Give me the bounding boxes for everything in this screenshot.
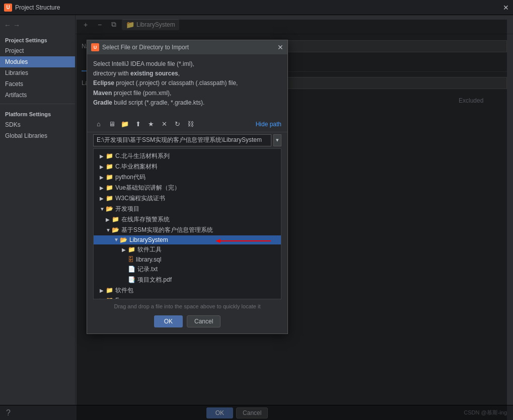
tree-item-label: F:: [115, 297, 121, 299]
tree-item-label: C.北斗生活材料系列: [115, 152, 170, 160]
tree-item-label: 软件包: [115, 286, 133, 295]
platform-settings-label: Platform Settings: [0, 107, 75, 119]
list-item[interactable]: ▼ 📂 开发项目: [94, 204, 281, 214]
list-item[interactable]: ▶ 📁 Vue基础知识讲解（完）: [94, 183, 281, 193]
path-dropdown-button[interactable]: ▾: [273, 134, 281, 146]
tree-arrow-open-icon: ▼: [100, 206, 106, 212]
desktop-button[interactable]: 🖥: [106, 119, 117, 130]
tree-item-label: library.sql: [136, 256, 161, 263]
dialog-close-button[interactable]: ✕: [277, 43, 283, 51]
tree-item-label: Vue基础知识讲解（完）: [115, 184, 180, 192]
tree-arrow-open-icon: ▼: [114, 237, 120, 242]
dialog-buttons: OK Cancel: [87, 311, 287, 333]
folder-icon: 📁: [128, 246, 135, 253]
sidebar-item-global-libraries[interactable]: Global Libraries: [0, 130, 75, 141]
project-settings-label: Project Settings: [0, 33, 75, 45]
folder-icon: 📁: [106, 195, 113, 202]
tree-arrow-icon: ▶: [122, 247, 128, 253]
sidebar-item-artifacts[interactable]: Artifacts: [0, 90, 75, 101]
tree-arrow-icon: ▶: [100, 175, 106, 180]
txt-file-icon: 📄: [128, 266, 135, 273]
sidebar-item-project[interactable]: Project: [0, 45, 75, 56]
folder-icon: 📁: [106, 184, 113, 191]
list-item[interactable]: ▶ 📁 C.毕业档案材料: [94, 161, 281, 172]
nav-arrows: ← →: [0, 19, 75, 33]
tree-item-label: W3C编程实战证书: [115, 194, 165, 203]
tree-item-label: 基于SSM实现的客户信息管理系统: [121, 226, 213, 234]
tree-arrow-icon: ▶: [100, 153, 106, 159]
dialog-title: Select File or Directory to Import: [102, 44, 277, 51]
folder-icon: 📁: [106, 152, 113, 159]
dialog-ok-button[interactable]: OK: [154, 315, 183, 327]
tree-arrow-icon: ▶: [100, 288, 106, 293]
svg-marker-1: [215, 239, 221, 243]
list-item[interactable]: ▶ 📁 在线库存预警系统: [94, 214, 281, 225]
tree-item-label: 软件工具: [137, 245, 162, 254]
path-input-row: ▾: [87, 132, 287, 148]
hide-path-link[interactable]: Hide path: [256, 121, 281, 128]
sidebar-item-libraries[interactable]: Libraries: [0, 67, 75, 78]
folder-icon: 📁: [106, 163, 113, 170]
tree-item-label: LibrarySystem: [129, 236, 168, 243]
up-folder-button[interactable]: ⬆: [132, 119, 143, 130]
link-button[interactable]: ⛓: [185, 119, 196, 130]
title-bar: U Project Structure ✕: [0, 0, 513, 15]
sql-file-icon: 🗄: [128, 256, 134, 263]
list-item[interactable]: ▶ 📁 python代码: [94, 172, 281, 183]
list-item[interactable]: ▶ 📁 软件包: [94, 285, 281, 296]
sidebar-item-sdks[interactable]: SDKs: [0, 119, 75, 130]
sidebar-item-facets[interactable]: Facets: [0, 78, 75, 90]
module-detail: Name: Sources Paths Dependencies Languag…: [76, 34, 513, 420]
list-item[interactable]: ▶ 📁 W3C编程实战证书: [94, 193, 281, 204]
tree-arrow-open-icon: ▼: [106, 227, 112, 233]
tree-item-label: 记录.txt: [137, 265, 158, 274]
folder-icon: 📂: [120, 236, 127, 243]
bookmark-button[interactable]: ★: [145, 119, 157, 130]
folder-icon: 📂: [112, 226, 119, 233]
file-select-dialog: U Select File or Directory to Import ✕ S…: [87, 40, 288, 334]
sources-area: Excluded U Select File or Directory to I…: [82, 95, 507, 414]
window-close-button[interactable]: ✕: [503, 4, 509, 12]
list-item[interactable]: ▶ 📁 软件工具: [94, 244, 281, 255]
path-input[interactable]: [93, 134, 271, 146]
sidebar-item-modules[interactable]: Modules: [0, 56, 75, 67]
list-item[interactable]: ▶ 🗄 library.sql: [94, 255, 281, 264]
list-item[interactable]: ▶ 📑 项目文档.pdf: [94, 275, 281, 285]
dialog-toolbar: ⌂ 🖥 📁 ⬆ ★ ✕ ↻ ⛓ Hide path: [87, 117, 287, 132]
help-button[interactable]: ?: [6, 408, 11, 417]
tree-arrow-spacer: ▶: [122, 277, 128, 283]
app-icon: U: [4, 4, 12, 12]
list-item[interactable]: ▼ 📂 基于SSM实现的客户信息管理系统: [94, 225, 281, 235]
home-button[interactable]: ⌂: [93, 119, 104, 130]
back-button[interactable]: ←: [4, 21, 11, 29]
content-area: + − ⧉ 📁 LibrarySystem Name: Sources Path…: [76, 15, 513, 420]
list-item[interactable]: ▶ 📁 C.北斗生活材料系列: [94, 151, 281, 161]
refresh-button[interactable]: ↻: [172, 119, 183, 130]
dialog-cancel-button[interactable]: Cancel: [187, 315, 221, 327]
tree-arrow-spacer: ▶: [122, 257, 128, 262]
tree-arrow-icon: ▶: [100, 164, 106, 170]
main-layout: ← → Project Settings Project Modules Lib…: [0, 15, 513, 420]
tree-arrow-icon: ▶: [106, 217, 112, 222]
list-item[interactable]: ▶ 📁 F:: [94, 296, 281, 299]
dialog-app-icon: U: [91, 43, 99, 51]
forward-button[interactable]: →: [13, 21, 20, 29]
dialog-description: Select IntelliJ IDEA module file (*.iml)…: [93, 59, 281, 108]
tree-item-label: 开发项目: [115, 205, 139, 213]
file-tree[interactable]: ▶ 📁 C.北斗生活材料系列 ▶ 📁 C.毕业档案材料: [93, 148, 281, 299]
sidebar: ← → Project Settings Project Modules Lib…: [0, 15, 76, 420]
red-arrow-annotation: [215, 236, 276, 245]
dialog-footer-hint: Drag and drop a file into the space abov…: [87, 301, 287, 311]
list-item-selected[interactable]: ▼ 📂 LibrarySystem: [94, 235, 281, 244]
window-title: Project Structure: [15, 4, 503, 11]
folder-icon: 📂: [106, 205, 113, 212]
tree-arrow-icon: ▶: [100, 185, 106, 191]
tree-arrow-icon: ▶: [100, 196, 106, 201]
list-item[interactable]: ▶ 📄 记录.txt: [94, 264, 281, 275]
folder-icon: 📁: [106, 287, 113, 294]
sidebar-divider: [0, 104, 75, 104]
tree-item-label: python代码: [115, 173, 145, 182]
delete-button[interactable]: ✕: [159, 119, 170, 130]
new-folder-button[interactable]: 📁: [119, 119, 130, 130]
folder-icon: 📁: [106, 297, 113, 299]
